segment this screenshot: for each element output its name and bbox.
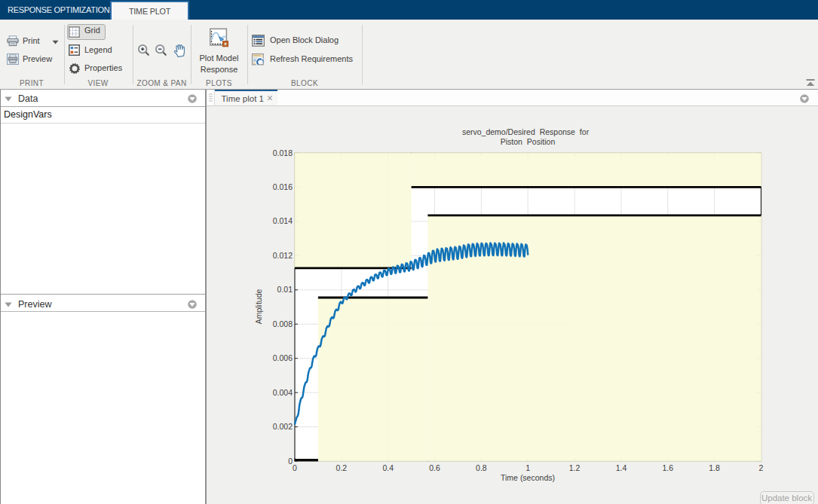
svg-text:1: 1 — [525, 463, 530, 472]
svg-text:0.016: 0.016 — [273, 182, 293, 191]
svg-text:0.4: 0.4 — [382, 463, 394, 472]
svg-text:0.004: 0.004 — [273, 388, 293, 397]
svg-text:Amplitude: Amplitude — [254, 289, 263, 325]
svg-text:2: 2 — [759, 463, 764, 472]
svg-text:1.6: 1.6 — [662, 463, 673, 472]
svg-text:0.008: 0.008 — [273, 319, 293, 328]
svg-text:0.018: 0.018 — [273, 148, 293, 157]
svg-text:Piston Position: Piston Position — [501, 137, 556, 146]
svg-text:0.6: 0.6 — [429, 463, 440, 472]
svg-text:servo_demo/Desired Response fo: servo_demo/Desired Response for — [462, 127, 590, 136]
svg-text:0.002: 0.002 — [273, 422, 293, 431]
svg-text:0.01: 0.01 — [277, 285, 293, 294]
svg-text:1.2: 1.2 — [569, 463, 581, 472]
svg-text:0: 0 — [288, 457, 293, 466]
svg-text:Time (seconds): Time (seconds) — [501, 473, 555, 482]
svg-text:0.006: 0.006 — [273, 353, 293, 362]
svg-text:0.2: 0.2 — [336, 463, 348, 472]
svg-text:0.012: 0.012 — [273, 251, 293, 260]
svg-text:1.8: 1.8 — [709, 463, 720, 472]
svg-text:0.8: 0.8 — [476, 463, 487, 472]
svg-text:0.014: 0.014 — [273, 216, 293, 225]
svg-text:0: 0 — [293, 463, 297, 472]
svg-text:1.4: 1.4 — [616, 463, 627, 472]
